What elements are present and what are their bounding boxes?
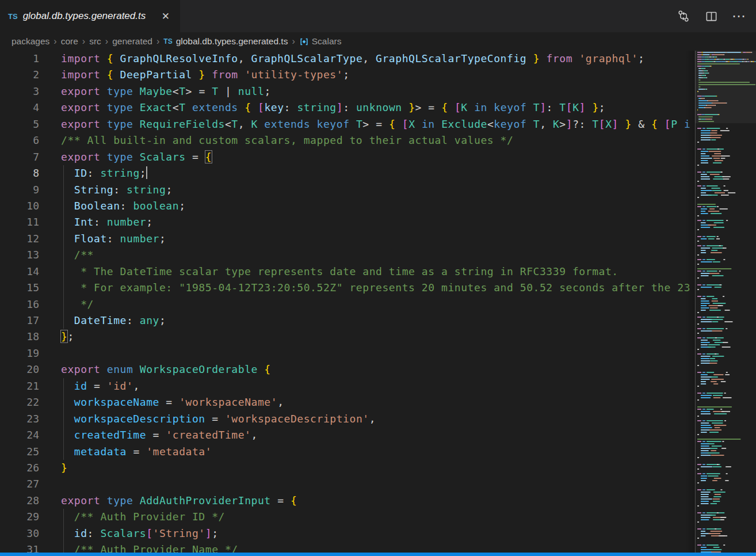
breadcrumb-separator: › [54,36,56,47]
code-line[interactable]: 21 id = 'id', [0,378,694,394]
line-number: 13 [0,247,39,263]
code-line-content: DateTime: any; [61,313,166,329]
vscode-window: TS global.db.types.generated.ts ✕ [0,0,756,556]
line-number: 22 [0,394,39,410]
code-line[interactable]: 20export enum WorkspaceOrderable { [0,361,694,378]
code-line[interactable]: 18}; [0,329,694,345]
breadcrumb-item-packages[interactable]: packages [12,36,49,47]
code-line[interactable]: 1import { GraphQLResolveInfo, GraphQLSca… [0,51,694,67]
line-number: 15 [0,280,39,296]
code-line-content: export type AddAuthProviderInput = { [61,493,297,509]
line-number: 29 [0,509,39,525]
split-editor-icon[interactable] [704,9,718,23]
code-line-content: id = 'id', [61,378,140,394]
code-line[interactable]: 12 Float: number; [0,231,694,247]
breadcrumb-separator: › [82,36,85,47]
code-line-content: export type Exact<T extends { [key: stri… [61,100,605,116]
line-number: 5 [0,116,39,132]
code-line[interactable]: 9 String: string; [0,182,694,198]
code-line[interactable]: 6/** All built-in and custom scalars, ma… [0,132,694,148]
code-line[interactable]: 24 createdTime = 'createdTime', [0,427,694,443]
code-line-content: Float: number; [61,231,166,247]
line-number: 10 [0,198,39,214]
line-number: 23 [0,411,39,427]
line-number: 3 [0,83,39,100]
line-number: 17 [0,313,39,329]
code-line-content: workspaceDescription = 'workspaceDescrip… [61,411,376,427]
code-line[interactable]: 29 /** Auth Provider ID */ [0,509,694,525]
code-line[interactable]: 2import { DeepPartial } from 'utility-ty… [0,67,694,83]
code-line-content: workspaceName = 'workspaceName', [61,394,284,410]
compare-changes-icon[interactable] [677,9,690,23]
code-line-content: export enum WorkspaceOrderable { [61,361,271,378]
tab-actions: ⋯ [677,0,756,32]
code-line[interactable]: 10 Boolean: boolean; [0,198,694,214]
status-bar-strip [0,553,756,556]
text-cursor [146,166,147,179]
code-line-content: /** [61,247,94,263]
tab-label: global.db.types.generated.ts [23,10,154,22]
code-line-content: /** All built-in and custom scalars, map… [61,132,513,148]
code-line[interactable]: 30 id: Scalars['String']; [0,525,694,542]
tab-bar: TS global.db.types.generated.ts ✕ [0,0,756,32]
line-number: 20 [0,361,39,378]
line-number: 4 [0,100,39,116]
code-line[interactable]: 22 workspaceName = 'workspaceName', [0,394,694,410]
line-number: 31 [0,542,39,553]
code-line[interactable]: 3export type Maybe<T> = T | null; [0,83,694,100]
breadcrumb-item-src[interactable]: src [89,36,101,47]
code-line[interactable]: 8 ID: string; [0,165,694,181]
code-line[interactable]: 19 [0,345,694,361]
minimap[interactable] [695,51,756,553]
typescript-file-icon: TS [8,12,18,21]
code-line-content: Int: number; [61,214,153,230]
code-line-content: export type Maybe<T> = T | null; [61,83,271,100]
line-number: 9 [0,182,39,198]
line-number: 8 [0,165,39,181]
code-line-content: String: string; [61,182,173,198]
line-number: 2 [0,67,39,83]
symbol-type-icon [299,37,309,47]
code-line[interactable]: 17 DateTime: any; [0,313,694,329]
code-line-content: } [61,460,67,476]
code-line-content: metadata = 'metadata' [61,444,212,460]
code-line[interactable]: 5export type RequireFields<T, K extends … [0,116,694,132]
code-line[interactable]: 13 /** [0,247,694,263]
code-line[interactable]: 31 /** Auth Provider Name */ [0,542,694,553]
line-number: 25 [0,444,39,460]
editor: 1import { GraphQLResolveInfo, GraphQLSca… [0,51,756,553]
line-number: 12 [0,231,39,247]
code-line[interactable]: 23 workspaceDescription = 'workspaceDesc… [0,411,694,427]
line-number: 28 [0,493,39,509]
more-actions-icon[interactable]: ⋯ [732,9,746,23]
breadcrumb-item-global-db-types-generated-ts[interactable]: TSglobal.db.types.generated.ts [163,36,288,47]
line-number: 1 [0,51,39,67]
code-line[interactable]: 26} [0,460,694,476]
code-line[interactable]: 14 * The DateTime scalar type represents… [0,264,694,280]
breadcrumb: packages›core›src›generated›TSglobal.db.… [0,32,756,51]
typescript-icon: TS [163,37,172,45]
line-number: 24 [0,427,39,443]
line-number: 27 [0,476,39,492]
code-line[interactable]: 4export type Exact<T extends { [key: str… [0,100,694,116]
code-line[interactable]: 27 [0,476,694,492]
editor-tab[interactable]: TS global.db.types.generated.ts ✕ [0,0,180,32]
code-line-content: ID: string; [61,165,146,181]
code-line[interactable]: 11 Int: number; [0,214,694,230]
code-line-content: export type RequireFields<T, K extends k… [61,116,690,132]
code-line[interactable]: 25 metadata = 'metadata' [0,444,694,460]
close-tab-icon[interactable]: ✕ [159,9,172,24]
breadcrumb-separator: › [292,36,295,47]
code-line[interactable]: 15 * For example: "1985-04-12T23:20:50.5… [0,280,694,296]
code-line-content: createdTime = 'createdTime', [61,427,258,443]
code-line[interactable]: 7export type Scalars = { [0,149,694,165]
code-line[interactable]: 28export type AddAuthProviderInput = { [0,493,694,509]
breadcrumb-item-generated[interactable]: generated [112,36,152,47]
code-area[interactable]: 1import { GraphQLResolveInfo, GraphQLSca… [0,51,694,553]
breadcrumb-separator: › [105,36,108,47]
breadcrumb-item-core[interactable]: core [61,36,78,47]
code-line[interactable]: 16 */ [0,296,694,313]
breadcrumb-item-scalars[interactable]: Scalars [299,36,342,47]
line-number: 18 [0,329,39,345]
breadcrumb-separator: › [156,36,159,47]
